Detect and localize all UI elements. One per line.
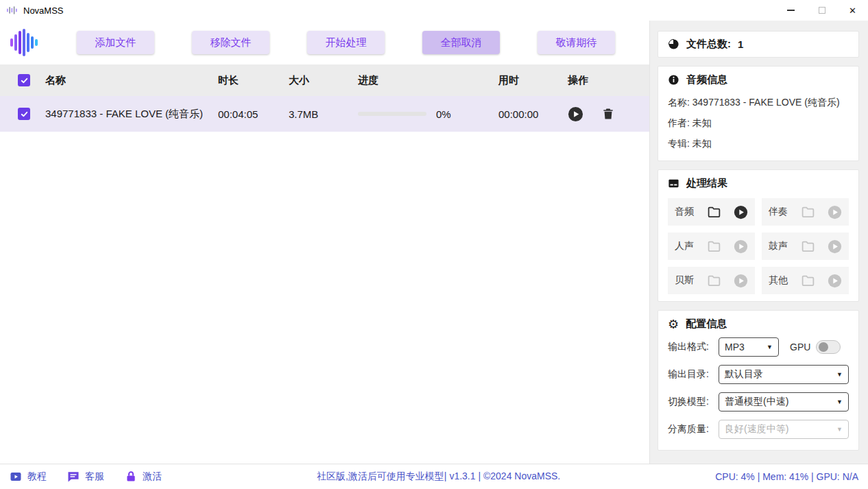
start-processing-button[interactable]: 开始处理 xyxy=(307,31,385,54)
result-cell-audio: 音频 xyxy=(668,198,755,226)
model-row: 切换模型: 普通模型(中速) ▼ xyxy=(668,388,849,416)
audio-name-label: 名称: xyxy=(668,97,690,108)
audio-info-title: 音频信息 xyxy=(686,73,727,86)
maximize-button[interactable] xyxy=(806,0,837,21)
folder-icon[interactable] xyxy=(707,205,721,219)
gpu-toggle[interactable] xyxy=(816,340,841,354)
config-title: 配置信息 xyxy=(686,318,727,331)
audio-album-label: 专辑: xyxy=(668,138,690,149)
window-controls: ✕ xyxy=(775,0,868,21)
tutorial-link[interactable]: 教程 xyxy=(10,470,47,483)
select-all-checkbox[interactable] xyxy=(18,74,30,86)
result-label-audio: 音频 xyxy=(675,206,694,218)
audio-artist-field: 作者: 未知 xyxy=(668,112,849,133)
chevron-down-icon: ▼ xyxy=(836,398,843,405)
play-icon[interactable] xyxy=(828,205,842,219)
audio-artist-label: 作者: xyxy=(668,117,690,128)
folder-icon[interactable] xyxy=(707,274,721,288)
cancel-all-button[interactable]: 全部取消 xyxy=(422,31,500,54)
table-empty-space xyxy=(0,132,649,464)
output-dir-select[interactable]: 默认目录 ▼ xyxy=(719,365,849,384)
quality-select: 良好(速度中等) ▼ xyxy=(719,420,849,439)
main-area: 添加文件 移除文件 开始处理 全部取消 敬请期待 名称 时长 大小 进度 xyxy=(0,21,649,464)
close-icon: ✕ xyxy=(849,6,856,15)
result-cell-vocals: 人声 xyxy=(668,232,755,260)
tutorial-video-icon xyxy=(10,470,22,483)
header-progress: 进度 xyxy=(351,74,492,87)
add-files-button[interactable]: 添加文件 xyxy=(77,31,154,54)
result-label-drums: 鼓声 xyxy=(769,240,788,252)
close-button[interactable]: ✕ xyxy=(837,0,868,21)
progress-bar xyxy=(358,112,426,116)
system-resources-status: CPU: 4% | Mem: 41% | GPU: N/A xyxy=(715,471,858,482)
support-link[interactable]: 客服 xyxy=(67,470,104,483)
table-row[interactable]: 349771833 - FAKE LOVE (纯音乐) 00:04:05 3.7… xyxy=(0,96,649,132)
support-label: 客服 xyxy=(85,470,104,483)
audio-name-field: 名称: 349771833 - FAKE LOVE (纯音乐) xyxy=(668,92,849,112)
header-size: 大小 xyxy=(282,74,351,87)
header-time: 用时 xyxy=(492,74,561,87)
minimize-button[interactable] xyxy=(775,0,806,21)
folder-icon[interactable] xyxy=(801,239,815,254)
folder-icon[interactable] xyxy=(801,205,815,219)
results-card-icon xyxy=(668,178,679,189)
quality-label: 分离质量: xyxy=(668,423,719,436)
folder-icon[interactable] xyxy=(707,239,721,254)
tutorial-label: 教程 xyxy=(27,470,47,483)
row-duration: 00:04:05 xyxy=(211,108,282,120)
minimize-icon xyxy=(787,10,795,11)
check-icon xyxy=(20,110,29,119)
play-icon[interactable] xyxy=(734,239,748,254)
model-select[interactable]: 普通模型(中速) ▼ xyxy=(719,392,849,412)
play-icon[interactable] xyxy=(828,239,842,254)
gear-icon: ⚙ xyxy=(668,318,679,331)
app-window: NovaMSS ✕ 添加文件 xyxy=(0,0,868,489)
config-panel: ⚙ 配置信息 输出格式: MP3 ▼ GPU 输出目录: xyxy=(658,310,859,451)
file-count-label: 文件总数: xyxy=(686,38,731,51)
result-cell-other: 其他 xyxy=(762,267,849,294)
row-checkbox[interactable] xyxy=(18,108,30,120)
check-icon xyxy=(20,76,29,85)
quality-value: 良好(速度中等) xyxy=(725,423,788,436)
audio-name-value: 349771833 - FAKE LOVE (纯音乐) xyxy=(692,97,840,108)
result-cell-accompaniment: 伴奏 xyxy=(762,198,849,226)
activate-link[interactable]: 激活 xyxy=(125,470,162,483)
play-icon[interactable] xyxy=(734,274,748,288)
chevron-down-icon: ▼ xyxy=(836,426,843,433)
row-size: 3.7MB xyxy=(282,108,351,120)
file-count-panel: 文件总数: 1 xyxy=(658,31,859,58)
output-format-select[interactable]: MP3 ▼ xyxy=(719,337,779,357)
play-icon[interactable] xyxy=(734,205,748,219)
result-label-vocals: 人声 xyxy=(675,240,694,252)
header-duration: 时长 xyxy=(211,74,282,87)
chat-bubble-icon xyxy=(67,470,80,483)
app-equalizer-logo-icon xyxy=(10,29,40,56)
toolbar-buttons: 添加文件 移除文件 开始处理 全部取消 敬请期待 xyxy=(77,31,615,54)
play-icon[interactable] xyxy=(828,274,842,288)
info-icon xyxy=(668,74,679,86)
row-delete-button[interactable] xyxy=(601,107,615,121)
quality-row: 分离质量: 良好(速度中等) ▼ xyxy=(668,416,849,443)
results-title: 处理结果 xyxy=(686,177,727,190)
row-time-used: 00:00:00 xyxy=(492,108,561,120)
row-play-button[interactable] xyxy=(568,106,583,122)
header-operation: 操作 xyxy=(561,74,643,87)
folder-icon[interactable] xyxy=(801,274,815,288)
output-format-value: MP3 xyxy=(725,342,745,353)
version-status-text: 社区版,激活后可使用专业模型| v1.3.1 | ©2024 NovaMSS. xyxy=(162,470,715,483)
statusbar: 教程 客服 激活 社区版,激活后可使用专业模型| v1.3.1 | ©2024 … xyxy=(0,464,868,489)
audio-album-value: 未知 xyxy=(692,138,712,149)
result-cell-drums: 鼓声 xyxy=(762,232,849,260)
output-format-label: 输出格式: xyxy=(668,341,719,353)
result-label-accompaniment: 伴奏 xyxy=(769,206,788,218)
toolbar: 添加文件 移除文件 开始处理 全部取消 敬请期待 xyxy=(0,21,649,64)
activate-label: 激活 xyxy=(143,470,162,483)
coming-soon-button[interactable]: 敬请期待 xyxy=(538,31,615,54)
toggle-knob-icon xyxy=(819,342,828,352)
remove-files-button[interactable]: 移除文件 xyxy=(192,31,269,54)
result-cell-bass: 贝斯 xyxy=(668,267,755,294)
chevron-down-icon: ▼ xyxy=(836,371,843,378)
output-format-row: 输出格式: MP3 ▼ GPU xyxy=(668,333,849,361)
titlebar: NovaMSS ✕ xyxy=(0,0,868,21)
lock-icon xyxy=(125,470,137,483)
